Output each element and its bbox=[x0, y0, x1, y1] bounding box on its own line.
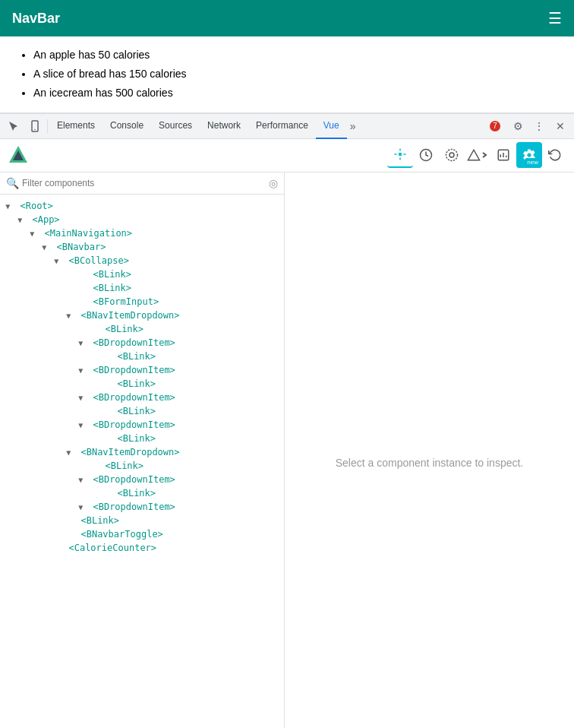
mobile-icon[interactable] bbox=[24, 116, 46, 137]
navbar-title: NavBar bbox=[12, 11, 60, 27]
performance-btn[interactable] bbox=[490, 142, 516, 168]
tab-vue[interactable]: Vue bbox=[316, 113, 347, 139]
filter-input[interactable] bbox=[22, 178, 266, 188]
tree-node-blink-di3[interactable]: <BLink> bbox=[0, 404, 284, 418]
component-inspector-btn[interactable] bbox=[387, 142, 413, 168]
arrow-icon: ▼ bbox=[78, 476, 87, 484]
calorie-list: An apple has 50 calories A slice of brea… bbox=[18, 46, 556, 103]
tree-node-caloriecounter[interactable]: <CalorieCounter> bbox=[0, 541, 284, 555]
arrow-icon: ▼ bbox=[5, 202, 14, 210]
svg-point-10 bbox=[449, 153, 454, 157]
devtools-main: 🔍 ◎ ▼ <Root> ▼ <App> ▼ <MainNavigation> bbox=[0, 173, 574, 728]
tab-network[interactable]: Network bbox=[200, 113, 248, 139]
arrow-icon bbox=[102, 489, 112, 498]
arrow-icon bbox=[66, 530, 75, 539]
tab-performance[interactable]: Performance bbox=[248, 113, 316, 139]
tag-label: <BDropdownItem> bbox=[93, 337, 175, 348]
refresh-btn[interactable] bbox=[542, 142, 568, 168]
tree-node-blink-nd1[interactable]: <BLink> bbox=[0, 322, 284, 336]
tab-elements[interactable]: Elements bbox=[49, 113, 102, 139]
tab-console[interactable]: Console bbox=[102, 113, 151, 139]
tree-node-bdropdownitem-3[interactable]: ▼ <BDropdownItem> bbox=[0, 391, 284, 404]
tree-node-bdropdownitem-4[interactable]: ▼ <BDropdownItem> bbox=[0, 418, 284, 432]
tree-node-mainnavigation[interactable]: ▼ <MainNavigation> bbox=[0, 226, 284, 240]
settings-icon[interactable]: ⚙ bbox=[507, 116, 528, 137]
tree-node-bnavitemdropdown-1[interactable]: ▼ <BNavItemDropdown> bbox=[0, 309, 284, 322]
arrow-icon: ▼ bbox=[78, 503, 87, 511]
arrow-icon bbox=[102, 407, 112, 416]
svg-marker-12 bbox=[468, 150, 480, 160]
routing-btn[interactable] bbox=[465, 142, 490, 168]
tree-node-bnavbartoggle[interactable]: <BNavbarToggle> bbox=[0, 527, 284, 541]
tree-node-bdropdownitem-2[interactable]: ▼ <BDropdownItem> bbox=[0, 363, 284, 377]
tag-label: <BDropdownItem> bbox=[93, 502, 175, 512]
search-icon: 🔍 bbox=[6, 177, 19, 189]
arrow-icon: ▼ bbox=[78, 394, 87, 402]
error-dot: 7 bbox=[490, 121, 500, 131]
arrow-icon: ▼ bbox=[30, 229, 39, 238]
tag-label: <BDropdownItem> bbox=[93, 365, 175, 375]
tag-label: <BNavItemDropdown> bbox=[80, 447, 179, 457]
tree-node-app[interactable]: ▼ <App> bbox=[0, 213, 284, 226]
tag-label: <BLink> bbox=[105, 461, 144, 471]
tree-node-bnavbar[interactable]: ▼ <BNavbar> bbox=[0, 240, 284, 254]
tree-node-blink-2[interactable]: <BLink> bbox=[0, 281, 284, 295]
tag-label: <BNavbarToggle> bbox=[80, 529, 162, 540]
tree-node-blink-di1[interactable]: <BLink> bbox=[0, 350, 284, 363]
component-panel: 🔍 ◎ ▼ <Root> ▼ <App> ▼ <MainNavigation> bbox=[0, 173, 285, 728]
tag-label: <BLink> bbox=[117, 488, 156, 499]
tree-node-bcollapse[interactable]: ▼ <BCollapse> bbox=[0, 254, 284, 267]
tree-node-blink-1[interactable]: <BLink> bbox=[0, 267, 284, 281]
vue-logo bbox=[6, 143, 30, 167]
tree-node-bforminput[interactable]: <BFormInput> bbox=[0, 295, 284, 309]
close-devtools-button[interactable]: ✕ bbox=[550, 116, 571, 137]
more-tabs-btn[interactable]: » bbox=[347, 120, 359, 132]
tag-label: <MainNavigation> bbox=[44, 228, 132, 239]
tree-node-bdropdownitem-5[interactable]: ▼ <BDropdownItem> bbox=[0, 473, 284, 486]
hamburger-icon[interactable]: ☰ bbox=[548, 9, 562, 27]
component-tree[interactable]: ▼ <Root> ▼ <App> ▼ <MainNavigation> ▼ <B… bbox=[0, 195, 284, 728]
tree-node-bdropdownitem-6[interactable]: ▼ <BDropdownItem> bbox=[0, 500, 284, 514]
arrow-icon bbox=[78, 298, 87, 306]
arrow-icon: ▼ bbox=[66, 448, 75, 457]
svg-point-4 bbox=[399, 153, 402, 157]
tree-node-blink-di4[interactable]: <BLink> bbox=[0, 432, 284, 445]
arrow-icon: ▼ bbox=[42, 243, 51, 252]
tag-label: <BLink> bbox=[117, 433, 156, 444]
inspect-panel: Select a component instance to inspect. bbox=[285, 173, 574, 728]
cursor-icon[interactable] bbox=[3, 116, 24, 137]
tag-label: <BLink> bbox=[117, 378, 156, 389]
arrow-icon: ▼ bbox=[17, 216, 27, 224]
devtools-tabs: Elements Console Sources Network Perform… bbox=[0, 113, 574, 139]
arrow-icon bbox=[102, 380, 112, 388]
tag-label: <BDropdownItem> bbox=[93, 474, 175, 485]
arrow-icon bbox=[78, 271, 87, 279]
tree-node-blink-nd2[interactable]: <BLink> bbox=[0, 459, 284, 473]
tag-label: <App> bbox=[32, 214, 59, 225]
tree-node-root[interactable]: ▼ <Root> bbox=[0, 199, 284, 213]
arrow-icon: ▼ bbox=[54, 257, 63, 265]
vue-settings-btn[interactable]: new bbox=[516, 142, 542, 168]
svg-point-11 bbox=[446, 150, 458, 161]
tab-sources[interactable]: Sources bbox=[151, 113, 200, 139]
tag-label: <BLink> bbox=[117, 406, 156, 416]
tree-node-bdropdownitem-1[interactable]: ▼ <BDropdownItem> bbox=[0, 336, 284, 350]
filter-bar: 🔍 ◎ bbox=[0, 173, 284, 195]
tag-label: <BCollapse> bbox=[68, 255, 128, 266]
error-badge: 7 bbox=[490, 121, 503, 131]
tree-node-blink-di2[interactable]: <BLink> bbox=[0, 377, 284, 391]
timeline-btn[interactable] bbox=[413, 142, 439, 168]
filter-settings-icon[interactable]: ◎ bbox=[269, 177, 278, 189]
tree-node-bnavitemdropdown-2[interactable]: ▼ <BNavItemDropdown> bbox=[0, 445, 284, 459]
tree-node-blink-3[interactable]: <BLink> bbox=[0, 514, 284, 527]
tag-label: <BLink> bbox=[93, 283, 131, 293]
tag-label: <BLink> bbox=[80, 515, 119, 526]
more-vert-icon[interactable]: ⋮ bbox=[528, 116, 550, 137]
list-item: An icecream has 500 calories bbox=[33, 84, 556, 103]
tag-label: <BFormInput> bbox=[93, 296, 159, 307]
tree-node-blink-di5[interactable]: <BLink> bbox=[0, 486, 284, 500]
tag-label: <BNavbar> bbox=[56, 242, 106, 252]
app-content: An apple has 50 calories A slice of brea… bbox=[0, 36, 574, 113]
tag-label: <CalorieCounter> bbox=[68, 543, 156, 553]
vuex-btn[interactable] bbox=[439, 142, 465, 168]
